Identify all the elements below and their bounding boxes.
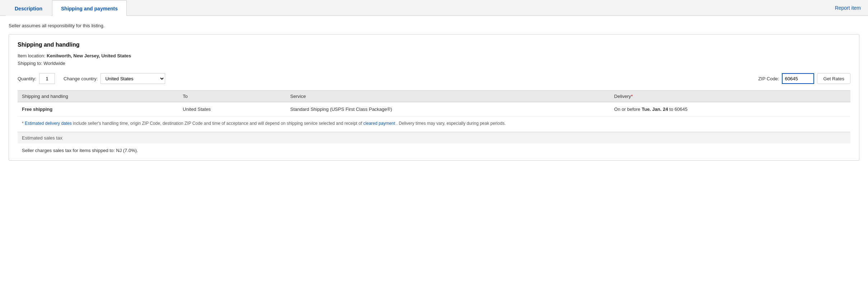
country-group: Change country: United States Canada Uni… bbox=[64, 73, 165, 84]
controls-row: Quantity: Change country: United States … bbox=[18, 73, 850, 84]
table-header-row: Shipping and handling To Service Deliver… bbox=[18, 91, 850, 102]
zip-input[interactable] bbox=[782, 73, 814, 84]
table-row: Free shipping United States Standard Shi… bbox=[18, 102, 850, 117]
col-header-to: To bbox=[178, 91, 286, 102]
sales-tax-body: Seller charges sales tax for items shipp… bbox=[18, 143, 850, 160]
content-area: Seller assumes all responsibility for th… bbox=[0, 16, 868, 168]
country-label: Change country: bbox=[64, 76, 98, 81]
card-title: Shipping and handling bbox=[18, 42, 850, 48]
get-rates-button[interactable]: Get Rates bbox=[817, 73, 850, 84]
shipping-cost-cell: Free shipping bbox=[18, 102, 178, 117]
footnote: * Estimated delivery dates include selle… bbox=[18, 117, 850, 132]
shipping-to-cell: United States bbox=[178, 102, 286, 117]
col-header-service: Service bbox=[286, 91, 610, 102]
cleared-payment-link[interactable]: cleared payment bbox=[363, 121, 395, 126]
col-header-delivery: Delivery* bbox=[610, 91, 850, 102]
estimated-delivery-link[interactable]: Estimated delivery dates bbox=[25, 121, 72, 126]
country-select[interactable]: United States Canada United Kingdom Aust… bbox=[101, 73, 165, 84]
report-item-link[interactable]: Report item bbox=[835, 5, 861, 11]
tabs-bar: Description Shipping and payments Report… bbox=[0, 0, 868, 16]
shipping-table: Shipping and handling To Service Deliver… bbox=[18, 90, 850, 117]
quantity-group: Quantity: bbox=[18, 73, 55, 84]
shipping-to: Shipping to: Worldwide bbox=[18, 61, 850, 66]
delivery-date: Tue. Jan. 24 bbox=[641, 107, 668, 112]
quantity-label: Quantity: bbox=[18, 76, 36, 81]
service-cell: Standard Shipping (USPS First Class Pack… bbox=[286, 102, 610, 117]
zip-label: ZIP Code: bbox=[758, 76, 779, 81]
shipping-to-value: Worldwide bbox=[43, 61, 65, 66]
col-header-shipping: Shipping and handling bbox=[18, 91, 178, 102]
zip-group: ZIP Code: Get Rates bbox=[758, 73, 850, 84]
sales-tax-header: Estimated sales tax bbox=[18, 132, 850, 143]
delivery-cell: On or before Tue. Jan. 24 to 60645 bbox=[610, 102, 850, 117]
tab-shipping[interactable]: Shipping and payments bbox=[52, 0, 127, 16]
item-location-value: Kenilworth, New Jersey, United States bbox=[47, 53, 131, 58]
item-location: Item location: Kenilworth, New Jersey, U… bbox=[18, 53, 850, 58]
shipping-card: Shipping and handling Item location: Ken… bbox=[9, 34, 859, 161]
seller-notice: Seller assumes all responsibility for th… bbox=[9, 23, 859, 28]
quantity-input[interactable] bbox=[39, 73, 55, 84]
tab-description[interactable]: Description bbox=[6, 0, 51, 16]
